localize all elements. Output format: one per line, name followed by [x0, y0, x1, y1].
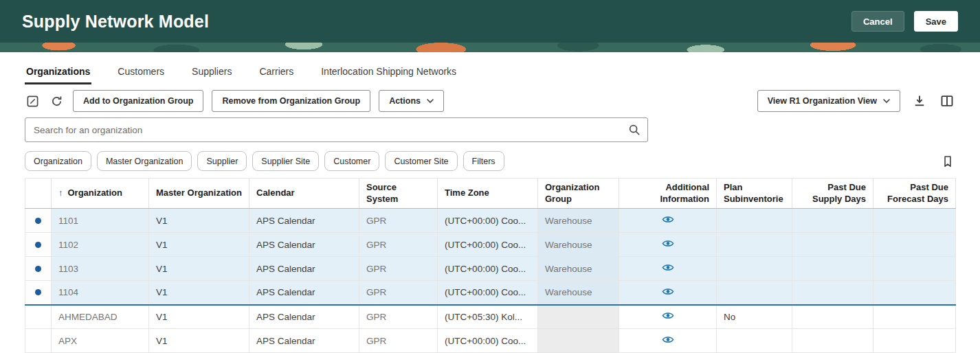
column-header-organization-group[interactable]: Organization Group — [538, 179, 619, 209]
save-button[interactable]: Save — [914, 11, 958, 32]
cell-past-due-forecast-days[interactable] — [873, 329, 956, 353]
cell-past-due-supply-days[interactable] — [792, 281, 873, 305]
cell-master-organization[interactable]: V1 — [149, 209, 249, 233]
cell-plan-subinventories[interactable] — [717, 257, 792, 281]
view-selector-button[interactable]: View R1 Organization View — [757, 90, 900, 112]
cell-time-zone[interactable]: (UTC+05:30) Kol... — [438, 305, 538, 329]
refresh-icon[interactable] — [49, 93, 65, 109]
cell-past-due-supply-days[interactable] — [792, 233, 873, 257]
tab-organizations[interactable]: Organizations — [25, 60, 91, 84]
row-selector-cell[interactable] — [25, 257, 52, 281]
export-icon[interactable] — [911, 93, 928, 109]
chip-supplier-site[interactable]: Supplier Site — [252, 151, 319, 171]
cell-time-zone[interactable]: (UTC+00:00) Coo... — [438, 257, 538, 281]
row-selector-cell[interactable] — [25, 329, 52, 353]
cell-source-system[interactable]: GPR — [359, 281, 438, 305]
cell-plan-subinventories[interactable] — [717, 329, 792, 353]
cell-organization[interactable]: 1102 — [52, 233, 149, 257]
bookmark-icon[interactable] — [940, 154, 955, 169]
table-row[interactable]: 1103 V1 APS Calendar GPR (UTC+00:00) Coo… — [25, 257, 956, 281]
row-selector-cell[interactable] — [25, 305, 52, 329]
cell-organization[interactable]: AHMEDABAD — [52, 305, 149, 329]
actions-menu-button[interactable]: Actions — [379, 90, 444, 112]
column-header-time-zone[interactable]: Time Zone — [438, 179, 538, 209]
cell-calendar[interactable]: APS Calendar — [249, 281, 359, 305]
chip-organization[interactable]: Organization — [25, 151, 91, 171]
cell-master-organization[interactable]: V1 — [149, 257, 249, 281]
cancel-button[interactable]: Cancel — [851, 11, 904, 32]
select-all-header-cell[interactable] — [25, 179, 52, 209]
tab-customers[interactable]: Customers — [116, 60, 166, 84]
cell-master-organization[interactable]: V1 — [149, 281, 249, 305]
cell-plan-subinventories[interactable] — [717, 209, 792, 233]
cell-organization-group[interactable]: Warehouse — [538, 257, 619, 281]
eye-icon[interactable] — [662, 263, 674, 272]
cell-organization-group[interactable]: Warehouse — [538, 281, 619, 305]
cell-organization[interactable]: 1103 — [52, 257, 149, 281]
table-row[interactable]: 1101 V1 APS Calendar GPR (UTC+00:00) Coo… — [25, 209, 956, 233]
table-row[interactable]: 1104 V1 APS Calendar GPR (UTC+00:00) Coo… — [25, 281, 956, 305]
eye-icon[interactable] — [662, 239, 674, 248]
chip-filters[interactable]: Filters — [463, 151, 504, 171]
cell-past-due-forecast-days[interactable] — [873, 281, 956, 305]
eye-icon[interactable] — [662, 287, 674, 296]
sort-ascending-icon[interactable]: ↑ — [58, 187, 63, 198]
cell-calendar[interactable]: APS Calendar — [249, 233, 359, 257]
row-selector-cell[interactable] — [25, 281, 52, 305]
cell-calendar[interactable]: APS Calendar — [249, 329, 359, 353]
table-row[interactable]: 1102 V1 APS Calendar GPR (UTC+00:00) Coo… — [25, 233, 956, 257]
eye-icon[interactable] — [662, 215, 674, 224]
tab-suppliers[interactable]: Suppliers — [190, 60, 233, 84]
cell-time-zone[interactable]: (UTC+00:00) Coo... — [438, 209, 538, 233]
eye-icon[interactable] — [662, 335, 674, 344]
cell-past-due-forecast-days[interactable] — [873, 209, 956, 233]
cell-organization[interactable]: 1104 — [52, 281, 149, 305]
cell-master-organization[interactable]: V1 — [149, 305, 249, 329]
column-header-past-due-supply-days[interactable]: Past Due Supply Days — [792, 179, 873, 209]
search-icon[interactable] — [627, 122, 647, 137]
cell-past-due-supply-days[interactable] — [792, 329, 873, 353]
cell-past-due-supply-days[interactable] — [792, 209, 873, 233]
column-header-organization[interactable]: ↑Organization — [52, 179, 149, 209]
chip-master-organization[interactable]: Master Organization — [97, 151, 192, 171]
manage-columns-icon[interactable] — [939, 93, 955, 109]
cell-source-system[interactable]: GPR — [359, 209, 438, 233]
cell-past-due-forecast-days[interactable] — [873, 305, 956, 329]
query-by-example-icon[interactable] — [25, 93, 41, 109]
cell-time-zone[interactable]: (UTC+00:00) Coo... — [438, 329, 538, 353]
eye-icon[interactable] — [662, 311, 674, 320]
cell-calendar[interactable]: APS Calendar — [249, 257, 359, 281]
cell-plan-subinventories[interactable]: No — [717, 305, 792, 329]
column-header-past-due-forecast-days[interactable]: Past Due Forecast Days — [873, 179, 956, 209]
cell-time-zone[interactable]: (UTC+00:00) Coo... — [438, 233, 538, 257]
cell-calendar[interactable]: APS Calendar — [249, 209, 359, 233]
table-row[interactable]: AHMEDABAD V1 APS Calendar GPR (UTC+05:30… — [25, 305, 956, 329]
cell-time-zone[interactable]: (UTC+00:00) Coo... — [438, 281, 538, 305]
column-header-calendar[interactable]: Calendar — [249, 179, 359, 209]
column-header-additional-information[interactable]: Additional Information — [619, 179, 717, 209]
chip-customer-site[interactable]: Customer Site — [385, 151, 457, 171]
cell-past-due-supply-days[interactable] — [792, 257, 873, 281]
cell-master-organization[interactable]: V1 — [149, 233, 249, 257]
cell-organization[interactable]: APX — [52, 329, 149, 353]
remove-from-organization-group-button[interactable]: Remove from Organization Group — [212, 90, 370, 112]
column-header-plan-subinventories[interactable]: Plan Subinventorie — [717, 179, 792, 209]
table-row[interactable]: APX V1 APS Calendar GPR (UTC+00:00) Coo.… — [25, 329, 956, 353]
column-header-master-organization[interactable]: Master Organization — [149, 179, 249, 209]
cell-plan-subinventories[interactable] — [717, 281, 792, 305]
cell-past-due-forecast-days[interactable] — [873, 257, 956, 281]
cell-past-due-forecast-days[interactable] — [873, 233, 956, 257]
cell-organization[interactable]: 1101 — [52, 209, 149, 233]
row-selector-cell[interactable] — [25, 233, 52, 257]
cell-source-system[interactable]: GPR — [359, 329, 438, 353]
cell-source-system[interactable]: GPR — [359, 233, 438, 257]
add-to-organization-group-button[interactable]: Add to Organization Group — [73, 90, 203, 112]
column-header-source-system[interactable]: Source System — [359, 179, 438, 209]
cell-calendar[interactable]: APS Calendar — [249, 305, 359, 329]
cell-source-system[interactable]: GPR — [359, 305, 438, 329]
tab-carriers[interactable]: Carriers — [258, 60, 295, 84]
cell-source-system[interactable]: GPR — [359, 257, 438, 281]
cell-past-due-supply-days[interactable] — [792, 305, 873, 329]
chip-supplier[interactable]: Supplier — [197, 151, 247, 171]
search-input[interactable] — [25, 125, 627, 135]
